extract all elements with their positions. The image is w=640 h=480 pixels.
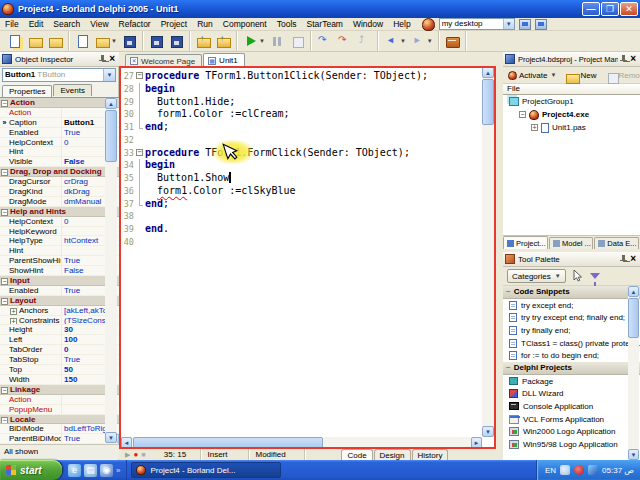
help-book-button[interactable]	[442, 32, 462, 50]
code-editor[interactable]: 27−procedure TForm1.Button1Click(Sender:…	[121, 67, 496, 449]
macro-buttons[interactable]: ▶ ● ■	[121, 450, 149, 459]
editor-vscrollbar[interactable]: ▲ ▼	[482, 67, 494, 437]
property-category[interactable]: −Input	[0, 276, 119, 286]
quick-launch-overflow-icon[interactable]: »	[116, 466, 120, 475]
property-row[interactable]: EnabledTrue	[0, 128, 119, 138]
view-tab-code[interactable]: Code	[341, 449, 372, 460]
property-row[interactable]: Hint	[0, 147, 119, 157]
restore-button[interactable]: ❐	[601, 2, 619, 16]
property-row[interactable]: Action	[0, 395, 119, 405]
property-row[interactable]: EnabledTrue	[0, 286, 119, 296]
remove-button[interactable]: Remove	[601, 67, 640, 83]
open-file-button[interactable]	[25, 32, 45, 50]
taskbar-item-delphi[interactable]: Project4 - Borland Del...	[131, 462, 281, 478]
property-row[interactable]: Hint	[0, 246, 119, 256]
close-icon[interactable]: ×	[107, 54, 117, 64]
menu-help[interactable]: Help	[388, 18, 415, 30]
editor-hscrollbar[interactable]: ◄ ►	[121, 437, 482, 449]
property-row[interactable]: PopupMenu	[0, 405, 119, 415]
tree-item-project4-exe[interactable]: −Project4.exe	[503, 108, 640, 121]
nav-forward-dropdown-button[interactable]: ▼	[408, 32, 435, 50]
categories-button[interactable]: Categories▼	[507, 269, 566, 283]
start-button[interactable]: start	[0, 460, 62, 480]
property-row[interactable]: TabOrder0	[0, 345, 119, 355]
menu-edit[interactable]: Edit	[24, 18, 49, 30]
volume-icon[interactable]	[560, 465, 570, 475]
close-icon[interactable]: ×	[628, 54, 638, 64]
pin-icon[interactable]	[97, 54, 107, 64]
palette-item[interactable]: TClass1 = class() private protect...	[503, 337, 640, 350]
open-project-button[interactable]	[45, 32, 65, 50]
tab-events[interactable]: Events	[53, 84, 91, 96]
property-category[interactable]: −Locale	[0, 415, 119, 425]
save-all-button[interactable]	[166, 32, 186, 50]
property-row[interactable]: HelpTypehtContext	[0, 236, 119, 246]
property-row[interactable]: Left100	[0, 335, 119, 345]
save-desktop-icon[interactable]	[519, 19, 531, 30]
property-row[interactable]: VisibleFalse	[0, 157, 119, 167]
property-row[interactable]: DragCursorcrDrag	[0, 177, 119, 187]
menu-file[interactable]: File	[0, 18, 24, 30]
filter-icon[interactable]	[590, 273, 600, 279]
minimize-button[interactable]: —	[582, 2, 600, 16]
property-row[interactable]: BiDiModebdLeftToRight	[0, 424, 119, 434]
chevron-down-icon[interactable]: ▼	[103, 69, 115, 81]
palette-item[interactable]: for := to do begin end;	[503, 349, 640, 362]
security-icon[interactable]	[574, 465, 584, 475]
media-player-icon[interactable]: ◉	[100, 464, 113, 477]
run-until-return-button[interactable]	[354, 32, 374, 50]
close-icon[interactable]: ×	[628, 254, 638, 264]
save-as-button[interactable]	[146, 32, 166, 50]
new-button[interactable]: New	[561, 67, 599, 83]
ie-icon[interactable]: e	[68, 464, 81, 477]
pause-button[interactable]	[267, 32, 287, 50]
palette-item[interactable]: try try except end; finally end;	[503, 312, 640, 325]
macro-play-icon[interactable]: ▶	[125, 451, 130, 459]
trace-into-button[interactable]	[314, 32, 334, 50]
palette-item[interactable]: Console Application	[503, 400, 640, 413]
view-tab-history[interactable]: History	[412, 449, 449, 460]
menu-window[interactable]: Window	[348, 18, 388, 30]
object-selector-combo[interactable]: Button1 TButton ▼	[2, 68, 116, 82]
property-row[interactable]: ShowHintFalse	[0, 266, 119, 276]
show-desktop-icon[interactable]: ▤	[84, 464, 97, 477]
property-row[interactable]: HelpContext0	[0, 217, 119, 227]
dock-tab-model[interactable]: Model ...	[549, 237, 593, 249]
property-row[interactable]: +Anchors[akLeft,akTop]	[0, 306, 119, 316]
dock-tab-datae[interactable]: Data E...	[594, 237, 639, 249]
tree-item-projectgroup1[interactable]: ProjectGroup1	[503, 95, 640, 108]
property-row[interactable]: ParentShowHintTrue	[0, 256, 119, 266]
property-category[interactable]: −Linkage	[0, 385, 119, 395]
tree-item-unit1-pas[interactable]: +Unit1.pas	[503, 121, 640, 134]
build-button[interactable]	[213, 32, 233, 50]
messenger-icon[interactable]	[588, 465, 598, 475]
property-category[interactable]: −Action	[0, 98, 119, 108]
menu-view[interactable]: View	[85, 18, 113, 30]
close-button[interactable]: ✕	[620, 2, 638, 16]
menu-component[interactable]: Component	[218, 18, 272, 30]
palette-scrollbar[interactable]: ▲ ▼	[628, 286, 639, 460]
new-unit-button[interactable]	[72, 32, 92, 50]
nav-back-dropdown-button[interactable]: ▼	[381, 32, 408, 50]
property-row[interactable]: »CaptionButton1	[0, 118, 119, 128]
dock-tab-project[interactable]: Project...	[503, 236, 548, 249]
set-debug-desktop-icon[interactable]	[535, 19, 547, 30]
palette-item[interactable]: Win2000 Logo Application	[503, 425, 640, 438]
palette-item[interactable]: try finally end;	[503, 324, 640, 337]
run-dropdown-button[interactable]: ▼	[240, 32, 267, 50]
activate-button[interactable]: Activate▼	[505, 69, 559, 82]
new-items-button[interactable]	[5, 32, 25, 50]
pointer-icon[interactable]	[572, 270, 584, 282]
property-row[interactable]: Action	[0, 108, 119, 118]
fold-icon[interactable]: −	[136, 149, 143, 156]
compile-button[interactable]	[193, 32, 213, 50]
palette-item[interactable]: VCL Forms Application	[503, 413, 640, 426]
chevron-down-icon[interactable]: ▼	[503, 19, 514, 29]
fold-icon[interactable]: −	[136, 72, 143, 79]
property-row[interactable]: DragKinddkDrag	[0, 187, 119, 197]
property-row[interactable]: Width150	[0, 375, 119, 385]
property-row[interactable]: HelpContext0	[0, 138, 119, 148]
property-row[interactable]: Height30	[0, 325, 119, 335]
program-reset-button[interactable]	[287, 32, 307, 50]
menu-starteam[interactable]: StarTeam	[302, 18, 348, 30]
